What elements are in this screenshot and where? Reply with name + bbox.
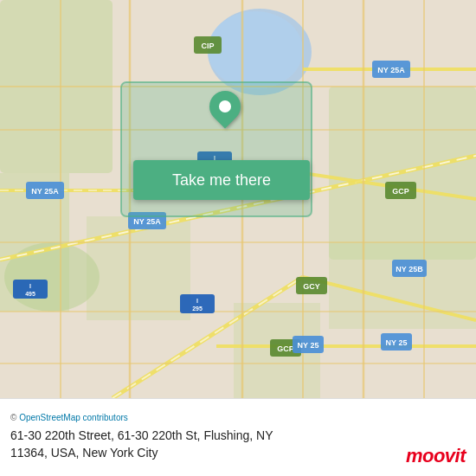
svg-text:GCP: GCP — [392, 187, 409, 196]
svg-text:NY 25B: NY 25B — [396, 265, 423, 273]
footer: © OpenStreetMap contributors 61-30 220th… — [0, 398, 476, 476]
svg-text:NY 25: NY 25 — [386, 338, 408, 347]
svg-text:NY 25A: NY 25A — [133, 217, 161, 226]
svg-text:495: 495 — [25, 291, 35, 297]
moovit-brand-text: moovit — [406, 445, 466, 467]
map-container: NY 25A NY 25A NY 25A I 495 I 495 I 295 G… — [0, 0, 476, 398]
svg-text:CIP: CIP — [201, 42, 214, 50]
svg-text:GCY: GCY — [303, 282, 320, 291]
location-text: 61-30 220th Street, 61-30 220th St, Flus… — [10, 428, 466, 461]
address-line1: 61-30 220th Street, 61-30 220th St, Flus… — [10, 428, 273, 442]
moovit-logo: moovit — [406, 445, 466, 467]
svg-point-9 — [4, 242, 100, 312]
openstreetmap-credit: © OpenStreetMap contributors — [10, 413, 466, 422]
address-line2: 11364, USA, New York City — [10, 446, 158, 460]
osm-link[interactable]: OpenStreetMap contributors — [19, 413, 128, 422]
svg-text:NY 25: NY 25 — [298, 341, 319, 350]
svg-rect-7 — [87, 216, 190, 320]
svg-text:NY 25A: NY 25A — [31, 187, 59, 196]
svg-text:I: I — [29, 283, 31, 289]
svg-text:295: 295 — [192, 306, 203, 312]
svg-point-2 — [208, 11, 303, 89]
svg-text:I: I — [196, 298, 198, 304]
svg-text:GCP: GCP — [277, 344, 294, 353]
location-pin — [209, 91, 241, 129]
copyright-icon: © — [10, 413, 16, 422]
take-me-there-button[interactable]: Take me there — [133, 160, 310, 200]
svg-text:NY 25A: NY 25A — [377, 66, 405, 74]
